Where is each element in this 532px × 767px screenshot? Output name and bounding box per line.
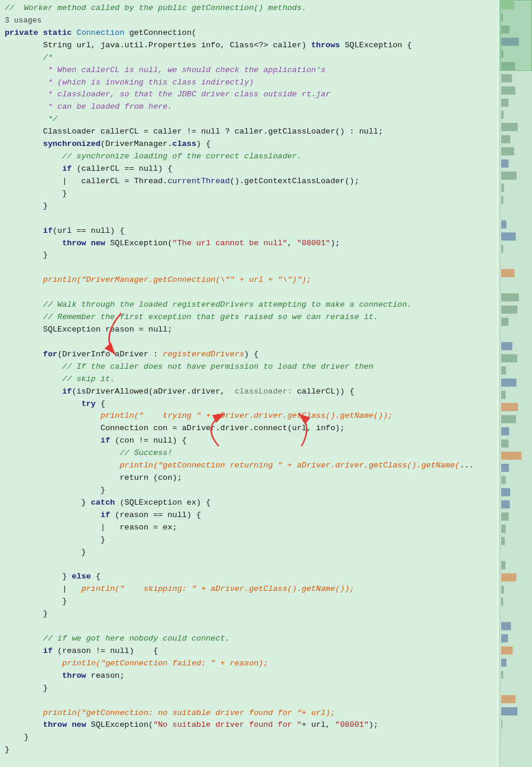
code-token: return (con); <box>5 473 182 482</box>
code-token: ... <box>460 461 474 470</box>
code-token <box>5 720 43 729</box>
main-code-area[interactable]: // Worker method called by the public ge… <box>0 0 499 767</box>
code-token: ason <box>115 325 134 334</box>
code-token: (DriverInfo aDriver : <box>57 350 163 359</box>
code-line: ClassLoader callerCL = caller != null ? … <box>5 126 499 138</box>
code-token: // Success! <box>5 448 173 457</box>
code-line <box>5 558 499 571</box>
code-line: for(DriverInfo aDriver : registeredDrive… <box>5 349 499 361</box>
code-token: (callerCL == null) { <box>72 164 172 173</box>
code-line: if (con != null) { <box>5 435 499 447</box>
code-line: println(" trying " + aDriver.driver.getC… <box>5 410 499 422</box>
code-token: if <box>62 164 72 173</box>
code-line <box>5 287 499 299</box>
code-line: /* <box>5 52 499 64</box>
code-line: // synchronize loading of the correct cl… <box>5 151 499 163</box>
code-line: synchronized(DriverManager.class) { <box>5 138 499 151</box>
code-token <box>5 164 62 173</box>
code-line: | callerCL = Thread.currentThread().getC… <box>5 176 499 188</box>
code-token: synchronized <box>43 139 100 148</box>
code-token: getConnection( <box>129 28 196 37</box>
code-token: SQLException { <box>340 41 412 50</box>
code-token: } <box>5 535 105 544</box>
code-token: } <box>5 486 105 495</box>
code-line: } <box>5 188 499 200</box>
code-token: Connection <box>77 28 125 37</box>
code-token: static <box>43 28 72 37</box>
code-line: } else { <box>5 571 499 583</box>
code-token: } <box>5 609 48 618</box>
code-token: String url, java.util.Properties info, C… <box>5 41 254 50</box>
code-line: throw reason; <box>5 670 499 682</box>
code-line: * classloader, so that the JDBC driver c… <box>5 89 499 101</box>
code-line: String url, java.util.Properties info, C… <box>5 40 499 52</box>
code-line: println("getConnection returning " + aDr… <box>5 460 499 472</box>
code-token: for <box>43 350 57 359</box>
code-token <box>5 387 62 396</box>
code-token: throw <box>62 239 86 248</box>
code-line: return (con); <box>5 472 499 485</box>
code-token: * (which is invoking this class indirect… <box>5 78 254 87</box>
code-line <box>5 695 499 707</box>
code-token: | reason = ex; <box>5 523 177 532</box>
code-token: /* <box>5 53 53 62</box>
code-token: println("getConnection: no suitable driv… <box>43 708 335 717</box>
code-token: (reason != null) { <box>53 646 158 655</box>
code-token: class <box>173 139 197 148</box>
code-line: } <box>5 547 499 559</box>
code-token: = null; <box>134 325 173 334</box>
code-token: else <box>72 572 90 581</box>
code-token: | <box>5 584 82 593</box>
code-token: ().getContextClassLoader(); <box>230 177 359 186</box>
code-line <box>5 336 499 349</box>
code-token: SQLException( <box>105 239 172 248</box>
code-token: private <box>5 28 38 37</box>
code-line: } <box>5 249 499 262</box>
code-container: // Worker method called by the public ge… <box>0 0 532 767</box>
code-line: * (which is invoking this class indirect… <box>5 77 499 89</box>
code-line: } <box>5 744 499 756</box>
code-line: * can be loaded from here. <box>5 101 499 113</box>
code-token <box>5 436 100 445</box>
code-token <box>5 350 43 359</box>
code-line: throw new SQLException("No suitable driv… <box>5 719 499 732</box>
code-token: SQLException( <box>86 720 153 729</box>
code-token: (con != null) { <box>110 436 187 445</box>
code-line: } <box>5 596 499 608</box>
code-token: println(" skipping: " + aDriver.getClass… <box>82 584 355 593</box>
code-token: println(" trying " + aDriver.driver.getC… <box>100 411 392 420</box>
code-token: * can be loaded from here. <box>5 102 173 111</box>
minimap-viewport <box>500 0 532 71</box>
code-line <box>5 213 499 225</box>
code-line: // If the caller does not have permissio… <box>5 361 499 373</box>
code-line: if(url == null) { <box>5 225 499 238</box>
code-line: throw new SQLException("The url cannot b… <box>5 238 499 250</box>
code-token: ) { <box>196 139 210 148</box>
code-token: // if we got here nobody could connect. <box>5 634 230 643</box>
code-line: // skip it. <box>5 373 499 386</box>
code-token: { <box>96 399 105 408</box>
code-line: // Walk through the loaded registeredDri… <box>5 299 499 311</box>
code-token: // Walk through the loaded registeredDri… <box>5 300 412 309</box>
code-token <box>38 28 43 37</box>
code-line: } <box>5 200 499 213</box>
code-line <box>5 262 499 274</box>
code-token: } <box>5 572 72 581</box>
code-token: ); <box>330 239 340 248</box>
code-token: // Worker method called by the public ge… <box>5 4 306 12</box>
code-token: println("getConnection returning " + aDr… <box>119 461 459 470</box>
code-token: println("DriverManager.getConnection(\""… <box>43 275 312 284</box>
code-line: } catch (SQLException ex) { <box>5 497 499 509</box>
code-token: reason; <box>86 671 125 680</box>
code-token: // Remember the first exception that get… <box>5 313 378 321</box>
code-line: | println(" skipping: " + aDriver.getCla… <box>5 583 499 596</box>
code-token <box>5 708 43 717</box>
code-token: throw <box>62 671 86 680</box>
code-line: } <box>5 682 499 695</box>
code-token: , <box>287 239 297 248</box>
code-token: (url == null) { <box>53 226 125 235</box>
code-token: } <box>5 684 48 693</box>
code-line: SQLException reason = null; <box>5 324 499 336</box>
code-token <box>5 671 62 680</box>
minimap[interactable] <box>499 0 532 767</box>
